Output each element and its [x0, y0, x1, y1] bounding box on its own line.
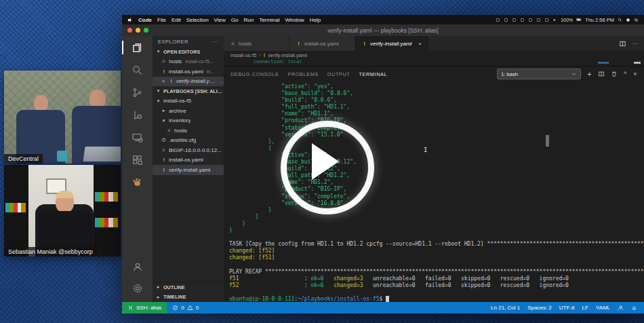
terminal-shell-select[interactable]: 1: bash	[497, 69, 581, 79]
apple-icon[interactable]	[127, 17, 133, 22]
ansible-extension-activity-button[interactable]	[131, 175, 144, 189]
tree-item-inventory[interactable]: ▾inventory	[153, 116, 224, 126]
close-window-button[interactable]	[127, 28, 132, 33]
terminal-text: ok=6	[310, 276, 323, 282]
close-icon[interactable]: ×	[161, 78, 166, 84]
tab-verify-install-yaml[interactable]: !verify-install.yaml×	[355, 36, 428, 51]
dropbox-icon[interactable]	[528, 18, 533, 22]
speaker-icon[interactable]	[552, 18, 557, 22]
control-center-icon[interactable]	[634, 18, 639, 22]
breadcrumb-folder[interactable]: install-os-f5	[230, 52, 256, 58]
menu-item-go[interactable]: Go	[231, 17, 239, 23]
tree-item-verify-install.yaml[interactable]: ×!verify-install.yaml...	[153, 77, 224, 87]
menu-item-code[interactable]: Code	[138, 17, 152, 23]
remote-explorer-activity-button[interactable]	[131, 130, 144, 144]
stats-icon[interactable]	[512, 18, 517, 22]
run-debug-icon	[132, 109, 143, 121]
panel-tab-terminal[interactable]: TERMINAL	[359, 66, 387, 82]
status-encoding[interactable]: UTF-8	[559, 305, 575, 311]
heart-icon[interactable]	[544, 18, 549, 22]
tree-item-hosts[interactable]: ≡hosts	[153, 126, 224, 136]
menu-item-view[interactable]: View	[214, 17, 226, 23]
tree-item-hosts[interactable]: ≡hostsinstall-os-f5...	[153, 57, 224, 67]
siri-icon[interactable]	[626, 18, 630, 22]
status-cursor-position[interactable]: Ln 21, Col 1	[491, 305, 520, 311]
problems-indicator[interactable]: 0 0	[167, 305, 204, 311]
menu-item-window[interactable]: Window	[285, 17, 304, 23]
menu-item-selection[interactable]: Selection	[186, 17, 209, 23]
terminal-text: TASK [Copy the config from HD1.1 to HD1.…	[229, 241, 644, 247]
extensions-activity-button[interactable]	[131, 153, 144, 166]
menu-item-terminal[interactable]: Terminal	[259, 17, 279, 23]
more-actions-icon[interactable]: ···	[212, 39, 218, 45]
minimize-window-button[interactable]	[136, 28, 140, 33]
file-icon: ≡	[166, 128, 172, 134]
file-icon: ≡	[161, 58, 167, 64]
search-icon[interactable]	[618, 18, 622, 22]
sidebar-section-open-editors[interactable]: ▾OPEN EDITORS	[153, 47, 224, 57]
status-eol[interactable]: LF	[582, 305, 588, 311]
settings-button[interactable]	[131, 282, 144, 295]
editor-viewport[interactable]: connection: local	[224, 60, 644, 66]
source-control-activity-button[interactable]	[131, 86, 144, 99]
video-play-button[interactable]	[281, 121, 374, 214]
keyboard-icon[interactable]	[496, 18, 500, 22]
notifications-bell-icon[interactable]	[631, 305, 637, 311]
terminal-line: "product": "BIG-IP",	[229, 117, 644, 124]
menu-item-file[interactable]: File	[157, 17, 166, 23]
account-button[interactable]	[131, 260, 144, 273]
more-actions-icon[interactable]: ···	[632, 41, 638, 47]
status-language-mode[interactable]: YAML	[596, 305, 610, 311]
tree-item-.ansible.cfg[interactable]: ⚙.ansible.cfg	[153, 136, 224, 146]
breadcrumb[interactable]: install-os-f5 › ! verify-install.yaml	[224, 51, 644, 60]
new-terminal-button[interactable]: +	[587, 70, 592, 78]
terminal-text: f51	[229, 276, 239, 282]
split-editor-icon[interactable]	[619, 40, 626, 48]
tab-hosts[interactable]: ≡hosts	[224, 36, 289, 51]
tree-item-verify-install.yaml[interactable]: !verify-install.yaml	[153, 165, 224, 175]
zoom-window-button[interactable]	[144, 28, 148, 33]
tree-item-bigip-16.0.0-0.0.12...[interactable]: ≡BIGIP-16.0.0-0.0.12...	[153, 145, 224, 155]
yaml-file-icon: !	[161, 157, 167, 163]
search-activity-button[interactable]	[131, 63, 144, 77]
panel-tab-debug-console[interactable]: DEBUG CONSOLE	[230, 66, 279, 82]
panel-tab-problems[interactable]: PROBLEMS	[287, 66, 318, 82]
shell-label: 1: bash	[501, 71, 518, 77]
sidebar-section-outline[interactable]: ▸OUTLINE	[153, 282, 224, 292]
split-terminal-icon[interactable]	[598, 71, 605, 77]
menu-item-edit[interactable]: Edit	[172, 17, 181, 23]
traffic-lights	[122, 28, 148, 33]
editor-scrollbar[interactable]	[634, 62, 641, 64]
books	[95, 218, 118, 227]
status-indentation[interactable]: Spaces: 2	[527, 305, 552, 311]
tree-item-install-os-f5[interactable]: ▾install-os-f5	[153, 96, 224, 107]
camera-icon[interactable]	[536, 18, 541, 22]
panel-tab-output[interactable]: OUTPUT	[327, 66, 350, 82]
kill-terminal-icon[interactable]	[611, 71, 618, 77]
maximize-panel-button[interactable]: ^	[624, 71, 627, 77]
run-debug-activity-button[interactable]	[131, 108, 144, 121]
battery-percent: 100%	[561, 18, 573, 22]
feedback-icon[interactable]	[618, 305, 624, 311]
terminal-text: },	[229, 138, 275, 145]
scrollbar-thumb[interactable]	[546, 135, 549, 147]
macos-menu-bar: CodeFileEditSelectionViewGoRunTerminalWi…	[122, 15, 644, 24]
tree-item-install-os.yaml[interactable]: !install-os.yaml	[153, 155, 224, 166]
tree-item-install-os.yaml[interactable]: !install-os.yamlin...	[153, 66, 224, 77]
display-icon[interactable]	[520, 18, 525, 22]
close-tab-icon[interactable]: ×	[418, 41, 422, 47]
remote-indicator[interactable]: SSH: alias	[122, 302, 167, 314]
sidebar-section-playbooks-ssh-alias-[interactable]: ▾PLAYBOOKS [SSH: ALIAS]	[153, 86, 224, 96]
warning-icon	[187, 305, 193, 311]
tree-item-label: inventory	[169, 117, 190, 124]
explorer-activity-button[interactable]	[131, 41, 144, 54]
close-panel-button[interactable]: ×	[633, 71, 637, 77]
menu-item-run[interactable]: Run	[243, 17, 254, 23]
shield-icon[interactable]	[504, 18, 508, 22]
window-title-bar[interactable]: verify-install.yaml — playbooks [SSH: al…	[122, 24, 644, 36]
tab-install-os-yaml[interactable]: !install-os.yaml	[289, 36, 355, 51]
tree-item-archive[interactable]: ▸archive	[153, 106, 224, 116]
menu-item-help[interactable]: Help	[310, 17, 321, 23]
breadcrumb-file[interactable]: verify-install.yaml	[268, 52, 307, 58]
sidebar-section-timeline[interactable]: ▸TIMELINE	[153, 292, 224, 303]
